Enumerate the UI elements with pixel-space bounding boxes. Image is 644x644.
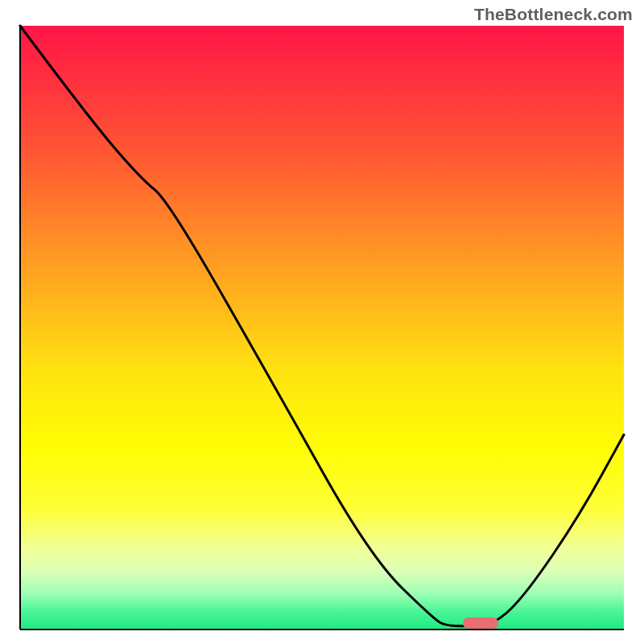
- plot-background: [20, 26, 624, 630]
- optimal-marker: [463, 617, 498, 629]
- bottleneck-chart: [0, 0, 644, 644]
